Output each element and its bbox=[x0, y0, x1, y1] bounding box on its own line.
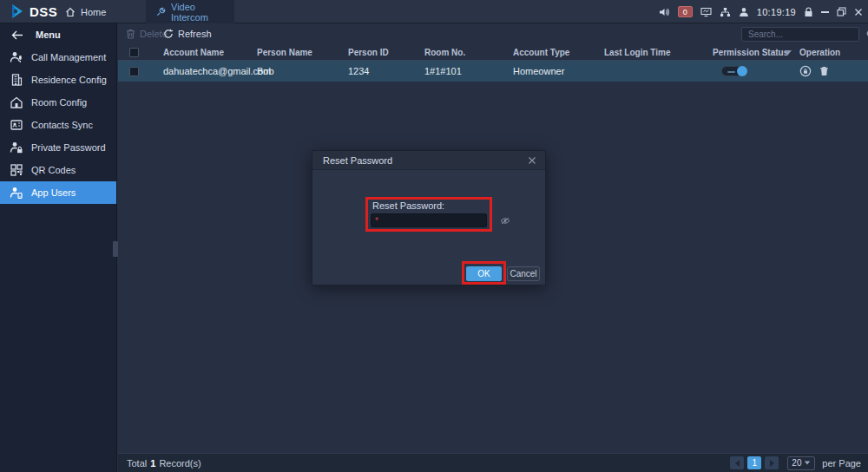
col-last-login-time: Last Login Time bbox=[604, 45, 671, 60]
page-size-caret-icon bbox=[805, 462, 810, 465]
app-users-icon bbox=[10, 186, 23, 200]
qr-codes-icon bbox=[10, 163, 23, 177]
col-room-no: Room No. bbox=[424, 45, 465, 60]
reset-password-field: * bbox=[371, 213, 487, 227]
next-page-button[interactable] bbox=[765, 456, 779, 469]
col-person-name: Person Name bbox=[257, 45, 312, 60]
refresh-button[interactable]: Refresh bbox=[163, 23, 212, 44]
sidebar-item-private-password[interactable]: Private Password bbox=[0, 136, 116, 159]
table-row[interactable]: dahuatechca@gmail.com Bob 1234 1#1#101 H… bbox=[118, 61, 868, 82]
dss-logo: DSS bbox=[9, 3, 57, 20]
cancel-button[interactable]: Cancel bbox=[507, 266, 540, 281]
cell-person-name: Bob bbox=[257, 61, 274, 82]
ok-button[interactable]: OK bbox=[466, 266, 502, 281]
tab-video-intercom[interactable]: Video Intercom bbox=[146, 0, 234, 23]
permission-filter-caret-icon[interactable] bbox=[785, 50, 792, 55]
delete-button[interactable]: Delete bbox=[126, 23, 168, 44]
ok-button-label: OK bbox=[477, 269, 490, 279]
page-size-select[interactable]: 20 bbox=[787, 456, 815, 470]
reset-password-input[interactable] bbox=[378, 216, 500, 226]
trash-icon bbox=[126, 29, 135, 39]
record-total: Total 1 Record(s) bbox=[127, 458, 201, 469]
per-page-label: per Page bbox=[822, 458, 861, 469]
close-button[interactable] bbox=[854, 8, 863, 16]
pagination-controls: 1 20 per Page bbox=[730, 456, 861, 470]
col-operation: Operation bbox=[799, 45, 840, 60]
menu-header: Menu bbox=[0, 23, 116, 46]
monitor-icon[interactable] bbox=[700, 7, 712, 17]
home-icon bbox=[65, 7, 76, 17]
next-arrow-icon bbox=[770, 460, 774, 467]
sidebar-item-label: Room Config bbox=[31, 97, 87, 108]
tab-home-label: Home bbox=[81, 7, 106, 17]
sidebar-item-label: QR Codes bbox=[31, 165, 76, 175]
alarm-count-badge[interactable]: 0 bbox=[678, 6, 693, 17]
menu-label: Menu bbox=[36, 30, 61, 40]
tab-video-intercom-label: Video Intercom bbox=[171, 2, 224, 23]
refresh-icon bbox=[163, 29, 174, 39]
sidebar-item-label: Private Password bbox=[31, 142, 106, 153]
room-config-icon bbox=[10, 95, 23, 109]
search-box bbox=[741, 27, 859, 42]
sidebar-item-residence-config[interactable]: Residence Config bbox=[0, 69, 116, 91]
current-page-button[interactable]: 1 bbox=[747, 456, 761, 469]
dialog-close-icon[interactable] bbox=[526, 154, 538, 167]
dialog-title-bar[interactable]: Reset Password bbox=[312, 151, 545, 170]
cancel-button-label: Cancel bbox=[510, 269, 536, 279]
residence-config-icon bbox=[10, 73, 23, 87]
dss-app-window: DSS Home Video Intercom 0 bbox=[0, 0, 868, 472]
cell-account-name: dahuatechca@gmail.com bbox=[163, 61, 271, 82]
sidebar-item-label: App Users bbox=[31, 187, 76, 198]
page-size-value: 20 bbox=[792, 458, 801, 468]
delete-row-icon[interactable] bbox=[819, 66, 829, 76]
sidebar-item-label: Contacts Sync bbox=[31, 120, 93, 130]
sidebar-item-app-users[interactable]: App Users bbox=[0, 181, 116, 204]
sidebar-item-contacts-sync[interactable]: Contacts Sync bbox=[0, 114, 116, 136]
prev-arrow-icon bbox=[735, 460, 740, 467]
col-person-id: Person ID bbox=[348, 45, 389, 60]
topbar: DSS Home Video Intercom 0 bbox=[0, 0, 868, 23]
restore-button[interactable] bbox=[837, 7, 846, 16]
records-label: Record(s) bbox=[159, 458, 201, 469]
user-icon[interactable] bbox=[739, 7, 749, 17]
col-permission-status: Permission Status bbox=[713, 45, 788, 60]
topbar-status-icons: 0 10:19:19 bbox=[659, 0, 863, 23]
search-input[interactable] bbox=[742, 29, 866, 40]
select-all-checkbox[interactable] bbox=[129, 48, 139, 57]
lock-icon[interactable] bbox=[804, 7, 813, 17]
reset-password-label: Reset Password: bbox=[372, 200, 444, 211]
password-visibility-icon[interactable] bbox=[500, 217, 510, 225]
call-management-icon bbox=[10, 50, 23, 64]
sidebar-item-qr-codes[interactable]: QR Codes bbox=[0, 159, 116, 181]
reset-password-dialog: Reset Password Reset Password: * OK Canc… bbox=[312, 150, 546, 285]
table-header: Account Name Person Name Person ID Room … bbox=[118, 45, 868, 61]
logo-text: DSS bbox=[30, 4, 57, 19]
permission-status-toggle[interactable] bbox=[721, 66, 747, 76]
row-checkbox[interactable] bbox=[129, 67, 139, 76]
prev-page-button[interactable] bbox=[730, 456, 744, 469]
total-label: Total bbox=[127, 458, 147, 469]
sidebar-item-room-config[interactable]: Room Config bbox=[0, 91, 116, 114]
cell-person-id: 1234 bbox=[348, 61, 369, 82]
back-arrow-icon[interactable] bbox=[11, 30, 23, 40]
clock-time: 10:19:19 bbox=[757, 7, 796, 17]
cell-account-type: Homeowner bbox=[513, 61, 564, 82]
total-count: 1 bbox=[150, 458, 155, 469]
sitemap-icon[interactable] bbox=[720, 7, 731, 17]
minimize-button[interactable] bbox=[821, 11, 829, 13]
reset-password-icon[interactable] bbox=[799, 65, 812, 77]
private-password-icon bbox=[10, 141, 23, 154]
dss-logo-icon bbox=[9, 3, 26, 20]
cell-room-no: 1#1#101 bbox=[424, 61, 462, 82]
sidebar-item-call-management[interactable]: Call Management bbox=[0, 46, 116, 69]
pagination-bar: Total 1 Record(s) 1 20 per Page bbox=[118, 453, 868, 472]
col-account-name: Account Name bbox=[163, 45, 224, 60]
tab-home[interactable]: Home bbox=[55, 0, 116, 23]
toolbar: Delete Refresh bbox=[118, 23, 868, 44]
dialog-title: Reset Password bbox=[323, 155, 392, 166]
wrench-icon bbox=[156, 7, 166, 16]
col-account-type: Account Type bbox=[513, 45, 569, 60]
sidebar-item-label: Call Management bbox=[31, 52, 106, 62]
volume-icon[interactable] bbox=[659, 7, 670, 17]
sidebar: Menu Call Management Residence Config Ro… bbox=[0, 23, 117, 472]
